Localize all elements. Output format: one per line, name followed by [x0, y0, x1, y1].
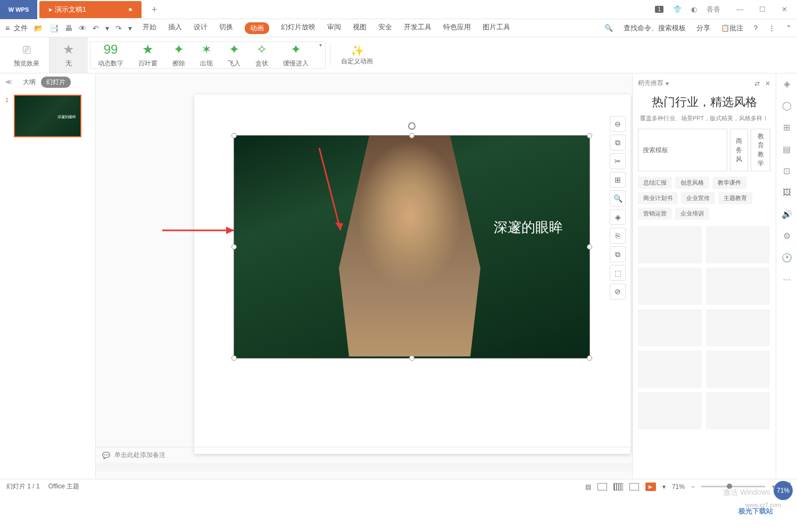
resize-handle-s[interactable]	[409, 355, 414, 361]
tag-creative[interactable]: 创意风格	[675, 177, 709, 189]
play-slideshow[interactable]: ▶	[645, 483, 656, 491]
template-card[interactable]	[638, 309, 702, 346]
sidebar-template-icon[interactable]: ⊞	[783, 122, 790, 132]
anim-more-dropdown[interactable]: ▾	[316, 42, 325, 48]
file-menu[interactable]: 文件	[14, 23, 28, 33]
tool-crop[interactable]: ✂	[610, 153, 626, 169]
tag-marketing[interactable]: 营销运营	[638, 207, 672, 220]
resize-handle-w[interactable]	[231, 244, 237, 250]
tab-special[interactable]: 特色应用	[443, 22, 471, 34]
document-tab[interactable]: ▸ 演示文稿1	[39, 1, 142, 18]
panel-settings-icon[interactable]: ⇄	[754, 80, 760, 87]
wps-logo[interactable]: W WPS	[0, 0, 37, 19]
horizontal-scrollbar[interactable]	[96, 463, 632, 471]
sidebar-shape-icon[interactable]: ◯	[782, 101, 792, 111]
tab-security[interactable]: 安全	[378, 22, 392, 34]
outline-tab[interactable]: 大纲	[23, 78, 36, 87]
template-card[interactable]	[638, 268, 702, 305]
search-label[interactable]: 查找命令、搜索模板	[624, 23, 686, 33]
print-preview-icon[interactable]: 👁	[79, 24, 86, 32]
tab-devtools[interactable]: 开发工具	[404, 22, 431, 34]
view-normal[interactable]	[597, 483, 607, 491]
sidebar-settings-icon[interactable]: ⚙	[783, 231, 791, 241]
anim-appear[interactable]: ✶出现	[193, 42, 220, 68]
user-avatar-icon[interactable]: ◐	[691, 5, 697, 13]
tool-layers[interactable]: ⧉	[610, 135, 626, 151]
zoom-out[interactable]: −	[691, 483, 695, 491]
anim-wipe[interactable]: ✦擦除	[165, 42, 193, 68]
slide-canvas[interactable]: 深邃的眼眸	[194, 95, 630, 454]
selected-image[interactable]: 深邃的眼眸	[234, 135, 590, 359]
tab-picture-tools[interactable]: 图片工具	[483, 22, 510, 34]
anim-fly-in[interactable]: ✦飞入	[220, 42, 248, 68]
template-card[interactable]	[638, 351, 702, 388]
resize-handle-e[interactable]	[587, 244, 592, 250]
minimize-icon[interactable]: —	[736, 5, 743, 13]
tool-copy[interactable]: ⎘	[610, 228, 626, 244]
slides-tab[interactable]: 幻灯片	[41, 77, 71, 88]
tab-slideshow[interactable]: 幻灯片放映	[281, 22, 316, 34]
tab-view[interactable]: 视图	[353, 22, 367, 34]
save-icon[interactable]: 📑	[49, 24, 59, 32]
tag-courseware[interactable]: 教学课件	[712, 177, 746, 189]
anim-box[interactable]: ✧盒状	[248, 42, 276, 68]
notes-toggle-icon[interactable]: ▤	[585, 483, 591, 491]
undo-icon[interactable]: ↶	[93, 24, 99, 32]
template-card[interactable]	[706, 226, 770, 263]
anim-dynamic-number[interactable]: 99动态数字	[90, 42, 131, 68]
zoom-slider[interactable]	[701, 486, 765, 487]
resize-handle-ne[interactable]	[587, 133, 592, 138]
maximize-icon[interactable]: ☐	[759, 5, 766, 13]
notification-badge[interactable]: 1	[655, 6, 663, 13]
template-card[interactable]	[638, 392, 702, 429]
tool-filter[interactable]: ⊘	[610, 284, 626, 300]
sidebar-style-icon[interactable]: ◈	[784, 79, 790, 89]
notes-bar[interactable]: 💬 单击此处添加备注	[96, 447, 632, 463]
tool-group[interactable]: ⧉	[610, 246, 626, 262]
anim-slow-enter[interactable]: ✦缓慢进入	[276, 42, 316, 68]
help-icon[interactable]: ?	[754, 24, 758, 32]
tool-zoom[interactable]: 🔍	[610, 190, 626, 206]
tag-business-plan[interactable]: 商业计划书	[638, 192, 678, 204]
redo-icon[interactable]: ↷	[115, 24, 122, 32]
collapse-panel-icon[interactable]: ≪	[5, 78, 12, 86]
resize-handle-sw[interactable]	[231, 355, 237, 361]
view-sorter[interactable]	[613, 483, 623, 491]
collapse-ribbon-icon[interactable]: ⌃	[786, 24, 792, 32]
close-icon[interactable]: ✕	[782, 5, 787, 13]
open-icon[interactable]: 📂	[34, 24, 43, 32]
template-card[interactable]	[706, 309, 770, 346]
share-button[interactable]: 分享	[696, 23, 710, 33]
resize-handle-se[interactable]	[587, 355, 592, 361]
preview-effect-button[interactable]: ⎚ 预览效果	[4, 37, 49, 73]
template-card[interactable]	[706, 392, 770, 429]
anim-blinds[interactable]: ★百叶窗	[131, 42, 165, 68]
play-dropdown[interactable]: ▾	[662, 483, 666, 491]
redo-dropdown-icon[interactable]: ▾	[128, 24, 132, 32]
anim-none[interactable]: ★ 无	[49, 37, 88, 73]
username[interactable]: 香香	[707, 5, 720, 14]
sidebar-layout-icon[interactable]: ⊡	[783, 166, 790, 176]
tag-theme-edu[interactable]: 主题教育	[718, 192, 752, 204]
custom-animation-button[interactable]: ✨ 自定义动画	[335, 44, 379, 66]
dropdown-icon[interactable]: ▾	[666, 80, 669, 87]
zoom-value[interactable]: 71%	[672, 483, 685, 491]
panel-close-icon[interactable]: ✕	[765, 80, 770, 87]
rotate-handle[interactable]	[408, 122, 416, 130]
tab-insert[interactable]: 插入	[168, 22, 182, 34]
sidebar-text-icon[interactable]: ▤	[783, 144, 791, 154]
filter-business[interactable]: 商务风	[730, 129, 748, 171]
tag-summary[interactable]: 总结汇报	[638, 177, 672, 189]
tool-split[interactable]: ⊞	[610, 172, 626, 188]
resize-handle-n[interactable]	[409, 133, 414, 138]
tab-design[interactable]: 设计	[194, 22, 207, 34]
template-card[interactable]	[706, 268, 770, 305]
tool-extract[interactable]: ⬚	[610, 265, 626, 281]
tab-transition[interactable]: 切换	[219, 22, 233, 34]
resize-handle-nw[interactable]	[231, 133, 237, 138]
add-tab-button[interactable]: +	[152, 4, 162, 15]
apparel-icon[interactable]: 👕	[673, 5, 682, 13]
filter-education[interactable]: 教育教学	[751, 129, 770, 171]
template-card[interactable]	[706, 351, 770, 388]
tool-effects[interactable]: ◈	[610, 209, 626, 225]
